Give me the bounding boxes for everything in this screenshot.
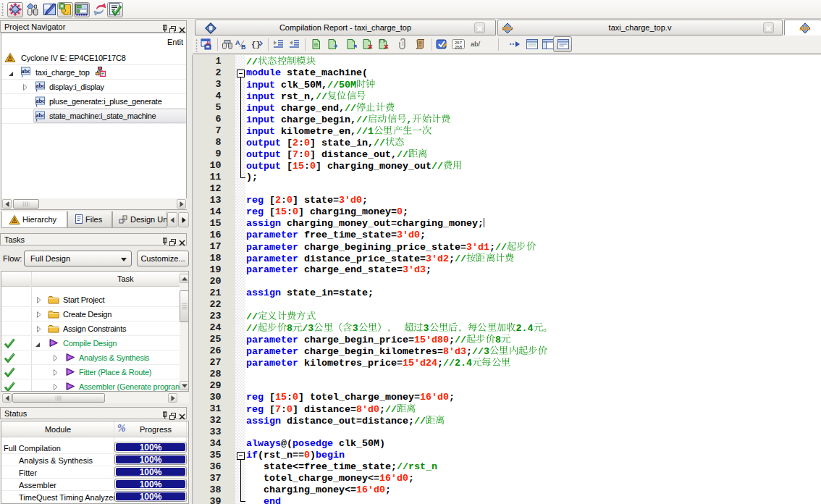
- svg-text:268: 268: [455, 45, 463, 49]
- svg-text:{}: {}: [251, 41, 261, 49]
- svg-text:A: A: [235, 39, 240, 46]
- svg-text:abc: abc: [35, 82, 45, 89]
- svg-text:abc: abc: [799, 25, 811, 32]
- svg-text:ab/: ab/: [471, 40, 481, 48]
- svg-text:abc: abc: [35, 97, 45, 104]
- svg-text:abc: abc: [21, 67, 30, 75]
- svg-text:abc: abc: [35, 112, 45, 119]
- svg-text:abc: abc: [502, 25, 513, 32]
- svg-text:B: B: [241, 43, 246, 50]
